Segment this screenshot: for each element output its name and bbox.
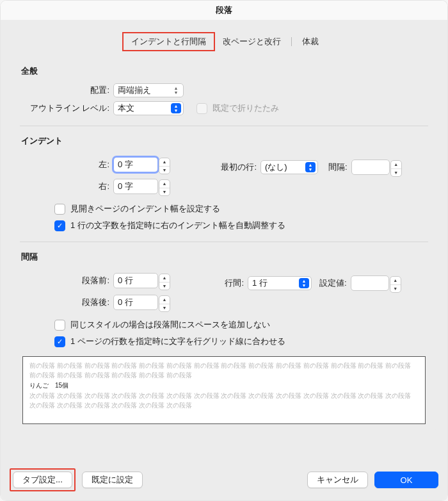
space-after-stepper[interactable]: ▲▼ — [159, 295, 170, 312]
line-spacing-value: 1 行 — [252, 277, 268, 289]
space-before-value: 0 行 — [118, 275, 133, 286]
tabs-button[interactable]: タブ設定... — [13, 472, 72, 488]
line-at-label: 設定値: — [319, 277, 347, 289]
first-line-label: 最初の行: — [212, 161, 257, 173]
collapse-label: 既定で折りたたみ — [212, 103, 279, 114]
space-after-value: 0 行 — [118, 297, 133, 308]
outline-label: アウトライン レベル: — [20, 103, 109, 114]
section-spacing-title: 間隔 — [21, 251, 428, 263]
line-at-field[interactable]: ▲▼ — [351, 275, 389, 291]
first-line-select[interactable]: (なし) ▲▼ — [260, 160, 318, 174]
mirror-indent-checkbox[interactable] — [54, 204, 65, 215]
first-width-stepper[interactable]: ▲▼ — [390, 160, 402, 177]
indent-left-field[interactable]: 0 字 ▲▼ — [113, 157, 158, 172]
alignment-label: 配置: — [20, 85, 109, 96]
mirror-indent-label: 見開きページのインデント幅を設定する — [70, 203, 220, 215]
suppress-space-checkbox[interactable] — [54, 320, 65, 331]
line-spacing-select[interactable]: 1 行 ▲▼ — [248, 276, 312, 290]
tab-bar: インデントと行間隔 改ページと改行 体裁 — [20, 26, 428, 56]
tab-separator — [291, 37, 292, 46]
auto-right-indent-checkbox[interactable]: ✓ — [54, 220, 65, 231]
preview-after: 次の段落 次の段落 次の段落 次の段落 次の段落 次の段落 次の段落 次の段落 … — [29, 391, 419, 410]
updown-icon: ▲▼ — [299, 278, 309, 288]
highlight-tabs-button: タブ設定... — [10, 468, 76, 491]
dialog-titlebar: 段落 — [1, 1, 447, 21]
outline-select[interactable]: 本文 ▲▼ — [113, 101, 184, 115]
space-before-field[interactable]: 0 行 ▲▼ — [113, 273, 158, 288]
indent-right-value: 0 字 — [118, 181, 133, 192]
indent-left-value: 0 字 — [118, 159, 133, 170]
line-at-stepper[interactable]: ▲▼ — [390, 276, 401, 293]
divider — [20, 242, 428, 242]
space-before-stepper[interactable]: ▲▼ — [159, 274, 170, 290]
indent-right-label: 右: — [20, 181, 109, 192]
suppress-space-label: 同じスタイルの場合は段落間にスペースを追加しない — [70, 319, 270, 331]
cancel-button[interactable]: キャンセル — [307, 472, 368, 488]
preview-sample: りんご 15個 — [29, 381, 419, 390]
outline-value: 本文 — [118, 103, 134, 114]
first-width-field[interactable]: ▲▼ — [351, 160, 390, 175]
updown-icon: ▲▼ — [171, 85, 181, 95]
paragraph-dialog: 段落 インデントと行間隔 改ページと改行 体裁 全般 配置: 両端揃え ▲▼ — [0, 0, 448, 501]
indent-left-label: 左: — [20, 159, 109, 170]
alignment-select[interactable]: 両端揃え ▲▼ — [113, 83, 184, 97]
first-line-value: (なし) — [265, 161, 287, 173]
alignment-value: 両端揃え — [118, 85, 151, 96]
indent-right-stepper[interactable]: ▲▼ — [159, 179, 170, 196]
tab-page-breaks[interactable]: 改ページと改行 — [215, 33, 289, 50]
auto-right-indent-label: 1 行の文字数を指定時に右のインデント幅を自動調整する — [70, 220, 285, 231]
updown-icon: ▲▼ — [305, 162, 316, 172]
dialog-footer: タブ設定... 既定に設定 キャンセル OK — [1, 462, 447, 500]
section-indent-title: インデント — [21, 135, 428, 147]
ok-button[interactable]: OK — [374, 472, 438, 488]
space-before-label: 段落前: — [20, 275, 109, 286]
updown-icon: ▲▼ — [171, 103, 181, 113]
space-after-label: 段落後: — [20, 297, 109, 308]
dialog-title: 段落 — [216, 4, 232, 16]
snap-grid-checkbox[interactable]: ✓ — [54, 336, 65, 347]
tab-indent-spacing[interactable]: インデントと行間隔 — [124, 33, 214, 50]
tab-layout[interactable]: 体裁 — [294, 33, 326, 50]
divider — [20, 126, 428, 126]
indent-right-field[interactable]: 0 字 ▲▼ — [113, 179, 158, 194]
indent-left-stepper[interactable]: ▲▼ — [159, 158, 170, 174]
set-default-button[interactable]: 既定に設定 — [82, 472, 143, 488]
collapse-checkbox — [196, 103, 207, 114]
highlight-tab-indent: インデントと行間隔 — [122, 32, 215, 51]
preview-before: 前の段落 前の段落 前の段落 前の段落 前の段落 前の段落 前の段落 前の段落 … — [29, 361, 419, 380]
dialog-body: インデントと行間隔 改ページと改行 体裁 全般 配置: 両端揃え ▲▼ アウトラ… — [1, 21, 447, 462]
section-general-title: 全般 — [21, 65, 428, 77]
first-width-label: 間隔: — [328, 161, 348, 173]
line-spacing-label: 行間: — [212, 277, 244, 289]
snap-grid-label: 1 ページの行数を指定時に文字を行グリッド線に合わせる — [70, 336, 285, 347]
space-after-field[interactable]: 0 行 ▲▼ — [113, 295, 158, 310]
preview-box: 前の段落 前の段落 前の段落 前の段落 前の段落 前の段落 前の段落 前の段落 … — [22, 356, 426, 424]
